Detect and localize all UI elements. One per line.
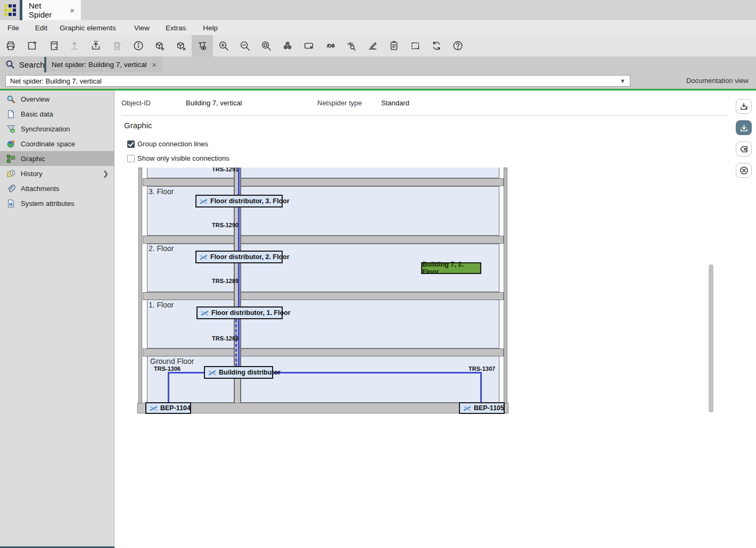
zoom-out-icon[interactable]: [234, 35, 256, 56]
history-clock-icon: [6, 169, 15, 178]
show-visible-connections-checkbox[interactable]: [127, 155, 135, 162]
download-button[interactable]: [736, 120, 752, 135]
connection-line-left-drop: [168, 372, 169, 403]
overview-icon: [6, 95, 15, 104]
help-icon[interactable]: [447, 35, 469, 56]
display-area-icon[interactable]: [298, 35, 319, 56]
duplicate-icon[interactable]: [43, 35, 64, 56]
refresh-icon[interactable]: [426, 35, 447, 56]
sidebar-item-attachments[interactable]: Attachments: [0, 181, 114, 196]
snapshot-area-icon[interactable]: [405, 35, 426, 56]
group-connection-lines-row: Group connection lines: [127, 140, 208, 148]
floor-separator: [143, 292, 504, 300]
download-cancel-button[interactable]: [736, 99, 752, 114]
menu-edit[interactable]: Edit: [33, 24, 50, 32]
import-icon[interactable]: [85, 35, 106, 56]
node-floor-distributor-3[interactable]: Floor distributor, 3. Floor: [195, 195, 283, 207]
settings-gears-icon[interactable]: [277, 35, 298, 56]
group-connection-lines-checkbox[interactable]: [127, 140, 135, 148]
sidebar-item-graphic[interactable]: Graphic: [0, 151, 114, 166]
remove-object-icon[interactable]: [170, 35, 192, 56]
highlight-label: Building 7, 2. Floor: [422, 261, 480, 276]
connection-line-right: [272, 372, 482, 373]
node-label: Building distributor: [219, 369, 281, 376]
building-left-wall: [138, 168, 142, 413]
selector-bar: Net spider: Building 7, vertical ▼ Docum…: [0, 72, 756, 89]
riser-label-trs-1291: TRS-1291: [212, 168, 239, 172]
netspider-type-value: Standard: [381, 99, 409, 107]
export-icon: [64, 35, 85, 56]
sidebar-item-coordinate-space[interactable]: Coordinate space: [0, 136, 114, 151]
chevron-right-icon[interactable]: ❯: [103, 170, 109, 178]
floor-name-1: 1. Floor: [149, 301, 174, 309]
zoom-selection-icon[interactable]: [256, 35, 277, 56]
menu-view[interactable]: View: [132, 24, 152, 32]
netspider-combobox-value: Net spider: Building 7, vertical: [10, 77, 102, 85]
object-id-label: Object-ID: [121, 99, 151, 107]
node-label: BEP-1105: [474, 404, 504, 412]
floor-row-partial-top: [147, 168, 499, 178]
object-id-value: Building 7, vertical: [186, 99, 242, 107]
highlight-building7-floor2[interactable]: Building 7, 2. Floor: [421, 262, 481, 274]
floor-name-ground: Ground Floor: [150, 357, 194, 366]
sync-funnel-icon: [6, 124, 15, 134]
sidebar-item-label: Attachments: [21, 185, 59, 193]
zoom-in-icon[interactable]: [213, 35, 234, 56]
riser-label-trs-1307: TRS-1307: [469, 366, 495, 372]
main-panel: Object-ID Building 7, vertical Netspider…: [114, 90, 756, 548]
tools-icon: [200, 254, 208, 260]
node-floor-distributor-2[interactable]: Floor distributor, 2. Floor: [195, 251, 283, 263]
sidebar-item-label: System attributes: [21, 200, 74, 207]
info-icon[interactable]: [128, 35, 149, 56]
sidebar-item-synchronization[interactable]: Synchronization: [0, 121, 114, 136]
sidebar-item-history[interactable]: History ❯: [0, 166, 114, 181]
toggle-labels-icon[interactable]: [192, 35, 213, 56]
network-graphic-icon: [6, 154, 15, 163]
search-tab-label: Search: [19, 60, 45, 69]
riser-label-trs-1306: TRS-1306: [154, 366, 180, 372]
measure-icon[interactable]: [319, 35, 341, 56]
sidebar-item-system-attributes[interactable]: System attributes: [0, 196, 114, 211]
menu-extras[interactable]: Extras: [163, 24, 188, 32]
sidebar-item-overview[interactable]: Overview: [0, 92, 114, 106]
menu-help[interactable]: Help: [201, 24, 220, 32]
search-tab[interactable]: Search: [5, 56, 45, 72]
menubar: File Edit Graphic elements View Extras H…: [0, 20, 756, 35]
menu-graphic-elements[interactable]: Graphic elements: [57, 24, 118, 32]
close-circle-button[interactable]: [736, 163, 752, 178]
sidebar: Overview Basic data Synchronization Coor…: [0, 90, 114, 548]
floor-row-3: [147, 186, 499, 236]
floor-separator: [143, 236, 504, 244]
document-tab-label: Net spider: Building 7, vertical: [52, 61, 147, 69]
tools-icon: [201, 310, 209, 316]
sidebar-item-label: Coordinate space: [21, 140, 75, 148]
netspider-combobox[interactable]: Net spider: Building 7, vertical ▼: [5, 75, 630, 87]
print-icon[interactable]: [0, 35, 21, 56]
draw-measure-icon[interactable]: [362, 35, 383, 56]
document-tab-building7[interactable]: Net spider: Building 7, vertical ×: [44, 57, 162, 72]
node-bep-1105[interactable]: BEP-1105: [459, 402, 505, 414]
sidebar-item-basic-data[interactable]: Basic data: [0, 106, 114, 121]
app-logo-icon: [4, 4, 17, 16]
building-right-wall: [504, 168, 507, 413]
node-bep-1104[interactable]: BEP-1104: [145, 402, 191, 414]
signal-search-icon[interactable]: [341, 35, 362, 56]
window-titlebar: Net Spider ×: [0, 0, 756, 20]
menu-file[interactable]: File: [5, 24, 21, 32]
clear-backspace-button[interactable]: [736, 142, 752, 156]
vertical-scrollbar-thumb[interactable]: [709, 264, 713, 412]
node-building-distributor[interactable]: Building distributor: [204, 366, 273, 379]
netspider-diagram[interactable]: 3. Floor 2. Floor 1. Floor Ground Floor …: [137, 168, 508, 415]
app-tab-net-spider[interactable]: Net Spider ×: [22, 0, 81, 20]
new-window-icon[interactable]: [21, 35, 43, 56]
add-object-icon[interactable]: [149, 35, 170, 56]
app-tab-close-icon[interactable]: ×: [70, 6, 75, 15]
tools-icon: [200, 198, 208, 204]
sidebar-item-label: Synchronization: [21, 125, 70, 133]
node-floor-distributor-1[interactable]: Floor distributor, 1. Floor: [196, 306, 283, 319]
chevron-down-icon[interactable]: ▼: [620, 78, 626, 84]
connection-line-left: [169, 372, 205, 373]
clipboard-icon[interactable]: [383, 35, 405, 56]
sidebar-item-label: Graphic: [21, 155, 45, 163]
document-tab-close-icon[interactable]: ×: [152, 60, 157, 69]
